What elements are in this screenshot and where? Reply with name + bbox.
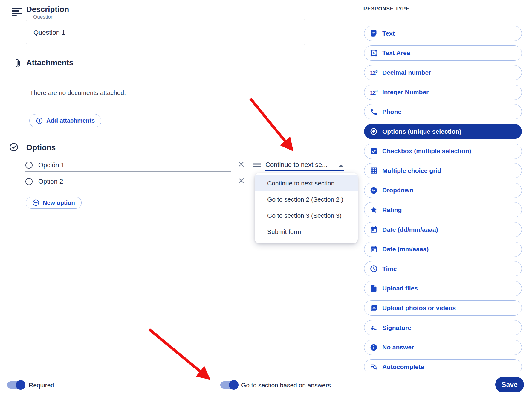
question-editor-page: Description Question Question 1 Attachme… (0, 0, 532, 396)
star-icon (370, 206, 378, 214)
goto-menu-item[interactable]: Go to section 3 (Section 3) (255, 208, 358, 224)
response-type-option[interactable]: 123Integer Number (364, 85, 522, 100)
response-type-label: Upload files (382, 285, 418, 292)
calendar-icon (370, 245, 378, 253)
response-type-label: Autocomplete (382, 363, 424, 371)
close-icon (237, 177, 245, 185)
signature-icon (370, 324, 378, 332)
goto-menu-item[interactable]: Submit form (255, 224, 358, 240)
toggle-thumb (229, 380, 239, 390)
text-area-icon: A (370, 49, 378, 57)
photo-icon (370, 304, 378, 312)
select-focus-underline (265, 170, 344, 171)
check-circle-icon (9, 142, 19, 152)
phone-icon (370, 108, 378, 116)
autocomplete-icon (370, 363, 378, 371)
toggle-thumb (16, 380, 25, 390)
drag-handle-icon[interactable] (253, 162, 261, 168)
description-icon (12, 7, 22, 17)
goto-menu-item[interactable]: Continue to next section (255, 175, 358, 191)
response-type-option[interactable]: Date (dd/mm/aaaa) (364, 222, 522, 237)
response-type-option[interactable]: Time (364, 261, 522, 276)
add-attachments-label: Add attachments (46, 117, 95, 124)
calendar-icon (370, 226, 378, 234)
response-type-label: Upload photos or videos (382, 304, 456, 312)
footer-bar: Required Go to section based on answers … (0, 372, 532, 396)
response-type-option[interactable]: Multiple choice grid (364, 163, 522, 178)
option-value-input[interactable]: Option 2 (38, 178, 63, 185)
response-type-option[interactable]: Upload files (364, 281, 522, 296)
response-type-option[interactable]: Options (unique selection) (364, 124, 522, 139)
question-input[interactable] (26, 19, 305, 45)
attachments-empty-text: There are no documents attached. (30, 89, 126, 96)
svg-text:A: A (372, 51, 375, 55)
question-field-label: Question (31, 14, 56, 20)
decimal-number-icon: 123 (370, 68, 378, 77)
radio-icon (25, 178, 33, 185)
plus-circle-icon (32, 199, 39, 206)
goto-section-menu: Continue to next sectionGo to section 2 … (255, 173, 358, 243)
goto-menu-item[interactable]: Go to section 2 (Section 2 ) (255, 191, 358, 208)
response-type-option[interactable]: No answer (364, 340, 522, 355)
dropdown-circle-icon (370, 186, 378, 194)
response-type-label: Integer Number (382, 89, 429, 96)
response-type-option[interactable]: Upload photos or videos (364, 300, 522, 316)
response-type-label: Time (382, 265, 397, 272)
add-attachments-button[interactable]: Add attachments (29, 114, 101, 127)
response-type-label: No answer (382, 344, 414, 351)
file-icon (370, 284, 378, 293)
question-field-value: Question 1 (33, 29, 65, 36)
caret-up-icon (339, 164, 343, 167)
response-type-option[interactable]: Signature (364, 320, 522, 335)
response-type-option[interactable]: 123Decimal number (364, 65, 522, 80)
response-type-label: Date (dd/mm/aaaa) (382, 226, 438, 233)
response-type-label: Phone (382, 108, 401, 115)
annotation-arrow (149, 329, 207, 377)
new-option-button[interactable]: New option (26, 197, 82, 209)
option-row[interactable]: Opción 1 (25, 159, 231, 172)
response-type-label: Rating (382, 206, 402, 214)
radio-icon (370, 127, 378, 135)
radio-icon (25, 162, 33, 169)
integer-number-icon: 123 (370, 88, 378, 96)
response-type-title: RESPONSE TYPE (363, 6, 409, 12)
new-option-label: New option (43, 199, 75, 206)
response-type-label: Checkbox (multiple selection) (382, 147, 471, 155)
options-title: Options (26, 143, 56, 152)
response-type-label: Text (382, 30, 395, 37)
response-type-label: Text Area (382, 49, 410, 57)
response-type-option[interactable]: Text (364, 26, 522, 41)
delete-option-button[interactable] (237, 177, 245, 185)
response-type-label: Dropdown (382, 187, 413, 194)
response-type-option[interactable]: AText Area (364, 45, 522, 61)
text-icon (370, 29, 378, 37)
save-button[interactable]: Save (495, 377, 524, 392)
info-icon (370, 343, 378, 351)
goto-section-toggle-label: Go to section based on answers (241, 382, 331, 389)
delete-option-button[interactable] (237, 160, 245, 168)
required-label: Required (29, 382, 54, 389)
grid-icon (370, 167, 378, 175)
option-value-input[interactable]: Opción 1 (38, 161, 65, 169)
clock-icon (370, 265, 378, 273)
paperclip-icon (13, 57, 22, 69)
plus-circle-icon (36, 117, 43, 124)
response-type-option[interactable]: Phone (364, 104, 522, 119)
annotation-arrow (250, 99, 291, 148)
response-type-label: Multiple choice grid (382, 167, 441, 174)
response-type-option[interactable]: Date (mm/aaaa) (364, 242, 522, 257)
response-type-option[interactable]: Rating (364, 202, 522, 217)
goto-section-toggle[interactable] (220, 381, 238, 389)
response-type-label: Options (unique selection) (382, 128, 461, 135)
response-type-label: Signature (382, 324, 411, 331)
response-type-label: Date (mm/aaaa) (382, 246, 429, 253)
response-type-option[interactable]: Checkbox (multiple selection) (364, 144, 522, 159)
option-row[interactable]: Option 2 (25, 175, 231, 188)
goto-section-select[interactable]: Continue to next se... (265, 161, 339, 170)
response-type-option[interactable]: Dropdown (364, 183, 522, 198)
description-title: Description (26, 5, 69, 14)
close-icon (237, 160, 245, 168)
required-toggle[interactable] (7, 381, 25, 389)
checkbox-icon (370, 147, 378, 155)
response-type-label: Decimal number (382, 69, 431, 76)
